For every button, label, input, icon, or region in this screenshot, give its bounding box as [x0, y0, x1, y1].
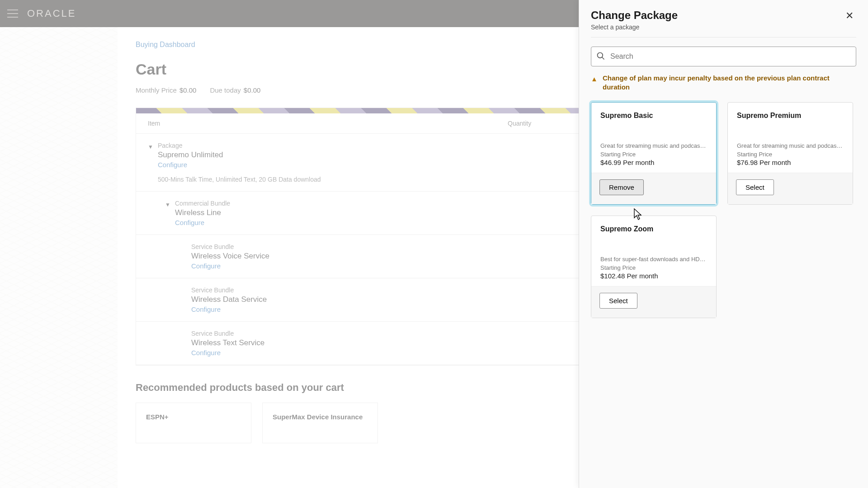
warning-text: Change of plan may incur penalty based o…	[603, 74, 856, 92]
package-price: $76.98 Per month	[737, 159, 844, 166]
starting-price-label: Starting Price	[737, 151, 844, 158]
search-icon	[596, 52, 605, 61]
close-icon[interactable]: ✕	[843, 9, 856, 23]
package-name: Supremo Zoom	[600, 225, 707, 233]
search-input[interactable]	[591, 47, 856, 66]
modal-scrim[interactable]	[0, 0, 579, 488]
package-card: Supremo BasicGreat for streaming music a…	[591, 102, 717, 205]
package-card: Supremo PremiumGreat for streaming music…	[727, 102, 853, 205]
package-price: $46.99 Per month	[600, 159, 707, 166]
package-name: Supremo Premium	[737, 112, 844, 120]
warning-icon: ▲	[591, 74, 598, 92]
package-description: Best for super-fast downloads and HD s…	[600, 256, 707, 263]
drawer-subtitle: Select a package	[591, 23, 678, 31]
change-package-drawer: Change Package Select a package ✕ ▲ Chan…	[579, 0, 868, 488]
remove-button[interactable]: Remove	[599, 179, 644, 195]
package-card: Supremo ZoomBest for super-fast download…	[591, 216, 717, 318]
package-description: Great for streaming music and podcasts…	[600, 142, 707, 149]
warning-banner: ▲ Change of plan may incur penalty based…	[591, 74, 856, 92]
select-button[interactable]: Select	[736, 179, 774, 195]
svg-line-1	[602, 57, 604, 60]
package-price: $102.48 Per month	[600, 272, 707, 280]
drawer-title: Change Package	[591, 9, 678, 22]
select-button[interactable]: Select	[599, 293, 637, 309]
svg-point-0	[598, 53, 603, 58]
search-box	[591, 47, 856, 66]
package-description: Great for streaming music and podcasts…	[737, 142, 844, 149]
starting-price-label: Starting Price	[600, 151, 707, 158]
package-name: Supremo Basic	[600, 112, 707, 120]
starting-price-label: Starting Price	[600, 264, 707, 271]
